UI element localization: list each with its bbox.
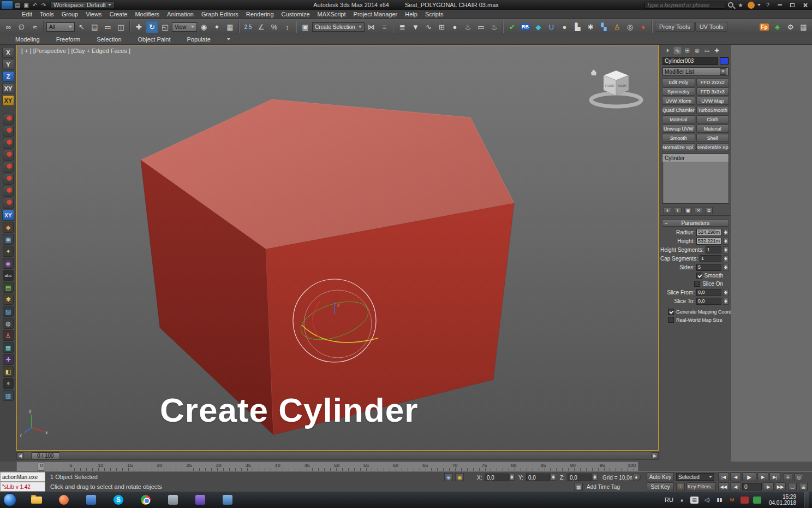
search-icon[interactable]	[728, 2, 733, 8]
utilities-tab-icon[interactable]: ✚	[713, 46, 721, 55]
animate-scope-dropdown[interactable]: Selected	[676, 473, 714, 481]
named-selection-set-dropdown[interactable]: Create Selection Se	[312, 22, 365, 32]
modifier-button[interactable]: Shell	[696, 134, 730, 142]
axis-x-button[interactable]: X	[2, 47, 14, 58]
select-manipulate-icon[interactable]: ✦	[211, 21, 223, 33]
tab-object-paint[interactable]: Object Paint	[138, 36, 171, 43]
motion-tab-icon[interactable]: ◎	[693, 46, 701, 55]
time-config-icon[interactable]: ●	[632, 473, 641, 481]
modifier-button[interactable]: UVW Xform	[662, 97, 695, 105]
checker-icon[interactable]: ✔	[506, 21, 518, 33]
z-coordinate-field[interactable]: 0,0	[568, 474, 592, 481]
tree-plugin-icon[interactable]: ♣	[771, 21, 784, 33]
height-field[interactable]: 532,221m	[696, 238, 721, 245]
ribbon-expand-icon[interactable]	[227, 38, 230, 40]
remove-modifier-icon[interactable]: ✕	[695, 207, 702, 214]
pan-view-icon[interactable]: ✛	[784, 473, 792, 481]
forest-pack-icon[interactable]: Fp	[758, 21, 771, 33]
ribbon-toggle-icon[interactable]: ▼	[409, 21, 422, 33]
modifier-button[interactable]: TurboSmooth	[696, 106, 730, 114]
search-input[interactable]	[644, 2, 725, 9]
z-spinner[interactable]	[592, 474, 598, 481]
close-button[interactable]	[800, 1, 810, 9]
star-icon[interactable]: ★	[736, 1, 745, 9]
tray-expand-icon[interactable]: ▴	[678, 497, 686, 504]
modifier-button[interactable]: Edit Poly	[662, 78, 695, 86]
update-tray-icon[interactable]: M	[728, 497, 736, 504]
go-to-start-icon[interactable]: |◀	[718, 472, 729, 481]
x-coordinate-field[interactable]: 0,0	[485, 474, 509, 481]
schematic-view-icon[interactable]: ⊞	[435, 21, 448, 33]
pin-tool-icon[interactable]: ♦	[637, 21, 649, 33]
redo-icon[interactable]: ↷	[39, 1, 48, 9]
left-tool-icon[interactable]: ▣	[3, 234, 14, 245]
left-tool-icon[interactable]	[3, 138, 14, 149]
key-icon[interactable]: ⚿	[676, 483, 685, 491]
modifier-button[interactable]: Cloth	[696, 115, 730, 123]
left-tool-icon[interactable]	[3, 174, 14, 185]
modifier-button[interactable]: Material	[662, 115, 695, 123]
fast-forward-icon[interactable]: ▶▶	[775, 482, 786, 491]
select-move-icon[interactable]: ✚	[133, 21, 145, 33]
step-back-icon[interactable]: ◀	[730, 482, 741, 491]
slice-on-checkbox[interactable]	[694, 281, 700, 287]
media-app-icon[interactable]	[57, 494, 71, 506]
menu-animation[interactable]: Animation	[167, 11, 194, 17]
go-to-end-icon[interactable]: ▶|	[769, 472, 780, 481]
add-time-tag[interactable]: Add Time Tag	[587, 484, 620, 490]
perspective-viewport[interactable]: z y x z FRONT RIGHT [ + ] [Perspective ]…	[16, 45, 659, 451]
tab-selection[interactable]: Selection	[97, 36, 121, 43]
modifier-button[interactable]: UVW Map	[696, 97, 730, 105]
selection-filter-dropdown[interactable]: All	[46, 22, 75, 32]
smooth-checkbox[interactable]	[696, 273, 702, 279]
axis-xy-mid-button[interactable]: XY	[2, 210, 14, 221]
zoom-extents-icon[interactable]: ▭	[788, 483, 797, 491]
create-tab-icon[interactable]: ✶	[664, 46, 672, 55]
app-window-icon[interactable]	[166, 494, 180, 506]
timeline-ruler[interactable]: 0510152025303540455055606570758085909510…	[16, 462, 638, 471]
app-logo-icon[interactable]	[1, 1, 13, 9]
railclone-icon[interactable]: RB	[519, 21, 532, 33]
select-by-name-icon[interactable]: ▤	[88, 21, 101, 33]
unlink-selection-icon[interactable]: ∅	[15, 21, 28, 33]
select-and-link-icon[interactable]: ∞	[2, 21, 15, 33]
character-tool-icon[interactable]: ♙	[611, 21, 623, 33]
save-icon[interactable]: ▣	[22, 1, 31, 9]
layer-manager-icon[interactable]: ≣	[396, 21, 409, 33]
parameters-rollout-header[interactable]: − Parameters	[662, 219, 729, 227]
x-spinner[interactable]	[509, 474, 515, 481]
snaps-toggle-icon[interactable]: 2.5	[242, 21, 254, 33]
network-icon[interactable]: ▮▮	[715, 497, 724, 504]
menu-project-manager[interactable]: Project Manager	[354, 11, 398, 17]
u-tool-icon[interactable]: U	[545, 21, 558, 33]
diamond-tool-icon[interactable]: ◆	[532, 21, 545, 33]
slice-from-field[interactable]: 0,0	[696, 289, 721, 296]
left-tool-icon[interactable]: ✶	[3, 378, 14, 389]
display-tab-icon[interactable]: ▭	[703, 46, 711, 55]
menu-tools[interactable]: Tools	[40, 11, 54, 17]
make-unique-icon[interactable]: ▣	[684, 207, 692, 214]
key-filters-button[interactable]: Key Filters...	[686, 482, 716, 491]
slider-next-icon[interactable]: ▶	[652, 452, 658, 459]
show-desktop-button[interactable]	[804, 492, 809, 508]
tab-freeform[interactable]: Freeform	[56, 36, 81, 43]
cap-segments-field[interactable]: 1	[700, 255, 721, 262]
left-tool-icon[interactable]: abc	[3, 270, 14, 281]
keyboard-shortcut-toggle-icon[interactable]: ▦	[574, 483, 583, 491]
configure-modifier-icon[interactable]: ≣	[705, 207, 713, 214]
stack-item-cylinder[interactable]: Cylinder	[662, 154, 729, 162]
viewcube[interactable]: FRONT RIGHT	[591, 69, 641, 107]
help-icon[interactable]: ?	[763, 1, 772, 9]
radius-spinner[interactable]	[723, 229, 729, 236]
render-production-icon[interactable]: ♨	[488, 21, 500, 33]
left-tool-icon[interactable]: ✚	[3, 354, 14, 365]
modifier-button[interactable]: Unwrap UVW	[662, 125, 695, 133]
use-pivot-center-icon[interactable]: ◉	[198, 21, 210, 33]
blue-app-icon[interactable]	[84, 494, 98, 506]
volume-icon[interactable]: ◁)	[703, 497, 711, 504]
left-tool-icon[interactable]: ◆	[3, 222, 14, 233]
zoom-view-icon[interactable]: ◎	[795, 473, 803, 481]
menu-group[interactable]: Group	[62, 11, 79, 17]
viewport-label[interactable]: [ + ] [Perspective ] [Clay + Edged Faces…	[21, 48, 130, 54]
next-frame-icon[interactable]: ▶	[757, 472, 768, 481]
